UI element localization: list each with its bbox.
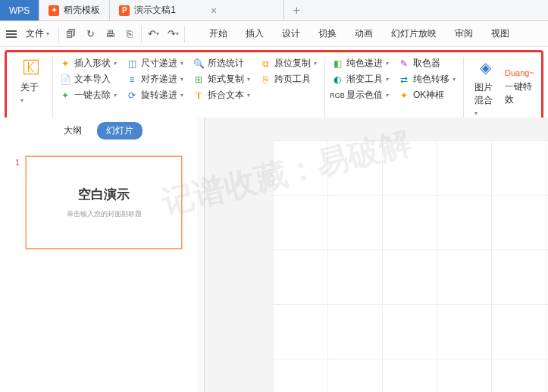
plugin-logo-icon: 🄺: [20, 57, 42, 78]
hamburger-icon[interactable]: [6, 30, 17, 38]
inplace-copy-button[interactable]: ⧉原位复制▾: [259, 57, 318, 70]
save-icon[interactable]: 🗐: [64, 27, 77, 41]
tab-animation[interactable]: 动画: [353, 27, 374, 40]
text-icon: 📄: [59, 74, 71, 86]
close-tab-icon[interactable]: ×: [211, 5, 217, 17]
one-click-fx-button[interactable]: Duang~ 一键特效: [500, 57, 539, 118]
slide-panel: 大纲 幻灯片 1 空白演示 单击输入您的封面副标题: [0, 118, 197, 392]
tab-design[interactable]: 设计: [280, 27, 302, 40]
rotate-icon: ⟳: [126, 89, 138, 102]
split-icon: 𝐓: [193, 89, 205, 102]
separator: [184, 26, 185, 42]
slides-tab[interactable]: 幻灯片: [97, 122, 142, 140]
erase-icon: ✦: [59, 89, 71, 102]
redo-icon[interactable]: ↷▾: [166, 27, 180, 41]
insert-shape-button[interactable]: ✦插入形状▾: [59, 57, 118, 70]
slide-thumbnail[interactable]: 空白演示 单击输入您的封面副标题: [26, 156, 182, 249]
tab-docer-label: 稻壳模板: [64, 4, 100, 17]
palette-icon: ◧: [331, 58, 343, 70]
matrix-copy-button[interactable]: ⊞矩式复制▾: [193, 73, 252, 86]
separator: [141, 26, 142, 42]
print-icon[interactable]: 🖶: [103, 27, 117, 41]
grid-icon: ⊞: [193, 74, 205, 86]
file-menu[interactable]: 文件▾: [21, 27, 54, 40]
text-import-button[interactable]: 📄文本导入: [59, 73, 118, 86]
separator: [58, 26, 59, 42]
size-progress-button[interactable]: ◫尺寸递进▾: [126, 57, 185, 70]
chevron-down-icon: ▾: [46, 30, 49, 37]
vertical-ruler: [197, 118, 205, 392]
undo-icon[interactable]: ↶▾: [146, 27, 160, 41]
pages-icon: ⎘: [259, 74, 271, 86]
slide-canvas[interactable]: [273, 140, 548, 392]
align-icon: ≡: [126, 74, 138, 86]
slide-canvas-area: [205, 118, 548, 392]
split-text-button[interactable]: 𝐓拆合文本▾: [193, 89, 252, 102]
tab-review[interactable]: 审阅: [453, 27, 474, 40]
bars-icon: ◫: [126, 58, 138, 70]
tab-presentation[interactable]: P 演示文稿1 ×: [110, 0, 284, 20]
search-icon: 🔍: [193, 58, 205, 70]
cross-page-button[interactable]: ⎘跨页工具: [259, 73, 318, 86]
image-blend-button[interactable]: ◈ 图片混合 ▾: [470, 57, 500, 118]
eyedropper-button[interactable]: ✎取色器: [398, 57, 457, 70]
shapes-icon: ✦: [59, 58, 71, 70]
about-button[interactable]: 🄺 关于 ▾: [16, 57, 46, 105]
tab-presentation-label: 演示文稿1: [134, 4, 176, 17]
presentation-icon: P: [119, 5, 130, 16]
color-transfer-button[interactable]: ⇄纯色转移▾: [398, 73, 457, 86]
eyedropper-icon: ✎: [398, 58, 410, 70]
wps-app-tab[interactable]: WPS: [0, 0, 39, 20]
tab-view[interactable]: 视图: [490, 27, 511, 40]
outline-tab[interactable]: 大纲: [55, 122, 91, 140]
print-preview-icon[interactable]: ↻: [83, 27, 97, 41]
new-tab-button[interactable]: +: [284, 0, 308, 20]
solid-progress-button[interactable]: ◧纯色递进▾: [331, 57, 390, 70]
gradient-tool-button[interactable]: ◐渐变工具▾: [331, 73, 390, 86]
duang-icon: Duang~: [505, 68, 534, 77]
align-progress-button[interactable]: ≡对齐递进▾: [126, 73, 185, 86]
tab-transition[interactable]: 切换: [317, 27, 338, 40]
swap-icon: ⇄: [398, 74, 410, 86]
rotate-progress-button[interactable]: ⟳旋转递进▾: [126, 89, 185, 102]
one-click-remove-button[interactable]: ✦一键去除▾: [59, 89, 118, 102]
thumb-title: 空白演示: [78, 186, 130, 203]
selection-stats-button[interactable]: 🔍所选统计: [193, 57, 252, 70]
rgb-icon: RGB: [331, 89, 343, 102]
ribbon-plugin: 🄺 关于 ▾ ✦插入形状▾ ◫尺寸递进▾ 🔍所选统计 ⧉原位复制▾ 📄文本导入 …: [5, 50, 543, 124]
docer-icon: ✦: [49, 5, 59, 16]
export-icon[interactable]: ⎘: [123, 27, 136, 41]
tab-insert[interactable]: 插入: [244, 27, 265, 40]
tab-slideshow[interactable]: 幻灯片放映: [390, 27, 438, 40]
gradient-icon: ◐: [331, 74, 343, 86]
show-color-value-button[interactable]: RGB显示色值▾: [331, 89, 390, 102]
slide-number: 1: [15, 156, 20, 249]
copy-icon: ⧉: [259, 58, 271, 70]
layers-icon: ◈: [474, 57, 496, 78]
thumb-subtitle: 单击输入您的封面副标题: [67, 209, 142, 219]
ok-frame-button[interactable]: ✦OK神框: [398, 89, 457, 102]
star-icon: ✦: [398, 89, 410, 102]
tab-home[interactable]: 开始: [208, 27, 229, 40]
tab-docer[interactable]: ✦ 稻壳模板: [39, 0, 110, 20]
